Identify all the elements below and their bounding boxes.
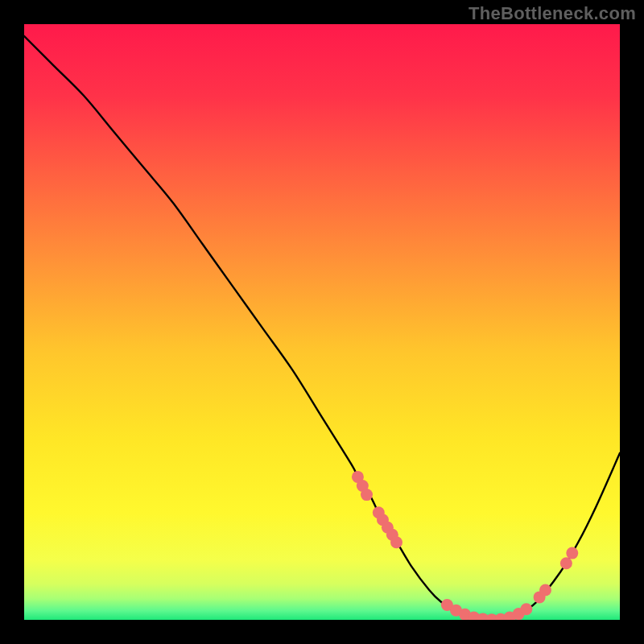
- attribution-text: TheBottleneck.com: [469, 3, 636, 24]
- data-marker: [520, 603, 532, 615]
- data-marker: [361, 489, 373, 501]
- data-marker: [560, 557, 572, 569]
- data-marker: [539, 584, 551, 597]
- bottleneck-chart: [24, 24, 620, 620]
- data-marker: [566, 547, 578, 559]
- data-marker: [390, 536, 402, 548]
- chart-background: [24, 24, 620, 620]
- chart-container: [24, 24, 620, 620]
